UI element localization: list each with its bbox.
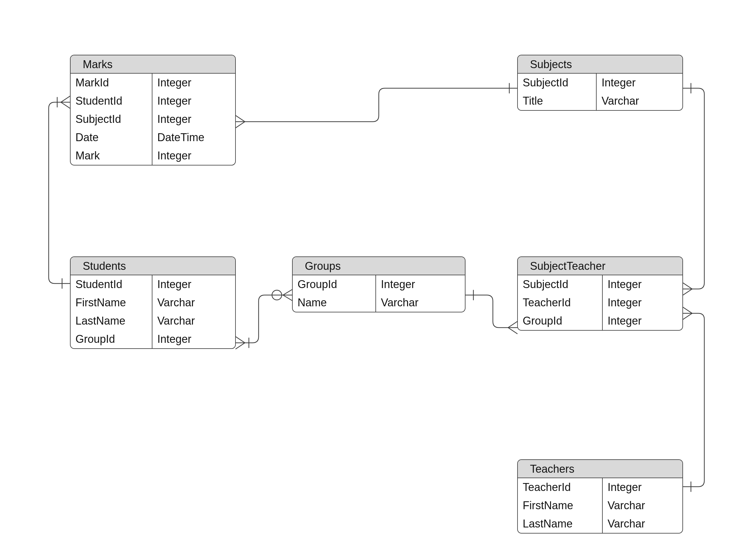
field-type: Integer xyxy=(152,330,235,348)
field-name: MarkId xyxy=(71,74,152,92)
entity-marks-title: Marks xyxy=(71,55,235,74)
field-type: Integer xyxy=(603,478,682,496)
field-type: Integer xyxy=(603,275,682,294)
field-name: SubjectId xyxy=(518,74,596,92)
entity-groups-title: Groups xyxy=(293,257,465,275)
entity-students[interactable]: Students StudentId FirstName LastName Gr… xyxy=(70,256,236,349)
field-type: Varchar xyxy=(597,92,682,110)
field-name: LastName xyxy=(518,515,602,533)
entity-subjects[interactable]: Subjects SubjectId Title Integer Varchar xyxy=(517,55,683,111)
field-name: TeacherId xyxy=(518,294,602,312)
field-name: Mark xyxy=(71,147,152,165)
field-name: GroupId xyxy=(293,275,375,294)
field-type: Integer xyxy=(152,92,235,110)
field-type: Integer xyxy=(152,275,235,294)
field-name: TeacherId xyxy=(518,478,602,496)
entity-subjects-title: Subjects xyxy=(518,55,682,74)
field-name: StudentId xyxy=(71,92,152,110)
field-name: SubjectId xyxy=(71,110,152,128)
field-type: Varchar xyxy=(603,496,682,515)
field-name: FirstName xyxy=(71,294,152,312)
field-type: Integer xyxy=(603,312,682,330)
field-type: Varchar xyxy=(376,294,465,312)
field-type: Varchar xyxy=(603,515,682,533)
field-name: Title xyxy=(518,92,596,110)
entity-teachers[interactable]: Teachers TeacherId FirstName LastName In… xyxy=(517,459,683,534)
field-name: SubjectId xyxy=(518,275,602,294)
field-name: Name xyxy=(293,294,375,312)
entity-subjectteacher[interactable]: SubjectTeacher SubjectId TeacherId Group… xyxy=(517,256,683,331)
field-name: FirstName xyxy=(518,496,602,515)
entity-teachers-title: Teachers xyxy=(518,460,682,478)
svg-point-0 xyxy=(272,290,282,300)
entity-groups[interactable]: Groups GroupId Name Integer Varchar xyxy=(292,256,465,312)
er-diagram: Marks MarkId StudentId SubjectId Date Ma… xyxy=(0,0,732,560)
field-name: GroupId xyxy=(518,312,602,330)
entity-students-title: Students xyxy=(71,257,235,275)
field-type: Integer xyxy=(376,275,465,294)
field-type: Integer xyxy=(603,294,682,312)
field-type: Integer xyxy=(597,74,682,92)
field-name: LastName xyxy=(71,312,152,330)
field-type: DateTime xyxy=(152,128,235,147)
field-type: Varchar xyxy=(152,294,235,312)
field-name: Date xyxy=(71,128,152,147)
field-type: Varchar xyxy=(152,312,235,330)
field-name: StudentId xyxy=(71,275,152,294)
field-type: Integer xyxy=(152,74,235,92)
entity-marks[interactable]: Marks MarkId StudentId SubjectId Date Ma… xyxy=(70,55,236,165)
entity-subjectteacher-title: SubjectTeacher xyxy=(518,257,682,275)
field-type: Integer xyxy=(152,147,235,165)
field-type: Integer xyxy=(152,110,235,128)
field-name: GroupId xyxy=(71,330,152,348)
